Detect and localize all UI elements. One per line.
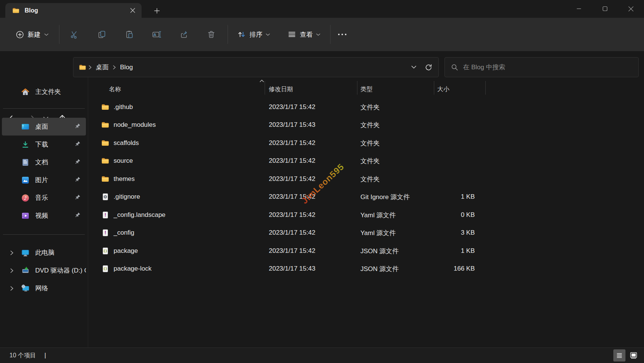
sidebar-item-label: 下载: [35, 140, 48, 149]
search-input[interactable]: [463, 64, 632, 71]
column-divider[interactable]: [265, 81, 265, 95]
download-icon: [21, 140, 30, 149]
file-date: 2023/1/17 15:42: [269, 139, 315, 147]
sidebar-item-this-pc[interactable]: 此电脑: [2, 244, 86, 262]
column-headers: 名称 修改日期 类型 大小: [88, 77, 644, 98]
file-type: JSON 源文件: [360, 265, 399, 273]
svg-text:A: A: [153, 33, 156, 37]
breadcrumb-blog[interactable]: Blog: [117, 62, 136, 73]
sidebar-item-documents[interactable]: 文档: [2, 153, 86, 171]
sidebar-item-music[interactable]: ♪ 音乐: [2, 189, 86, 207]
sidebar-item-home[interactable]: 主文件夹: [2, 83, 86, 101]
close-icon[interactable]: [618, 0, 644, 17]
view-button[interactable]: 查看: [283, 26, 325, 42]
folder-icon: [101, 175, 109, 183]
pin-icon: [74, 141, 81, 149]
file-explorer-window: Blog 新建: [0, 0, 644, 363]
delete-icon[interactable]: [203, 26, 220, 43]
breadcrumb-desktop[interactable]: 桌面: [92, 61, 112, 73]
chevron-right-icon[interactable]: [9, 268, 15, 274]
file-row-config[interactable]: ! _config 2023/1/17 15:42 Yaml 源文件 3 KB: [88, 224, 644, 242]
sidebar-item-label: 桌面: [35, 122, 48, 131]
file-type: 文件夹: [360, 139, 380, 147]
new-button[interactable]: 新建: [11, 27, 54, 42]
chevron-down-icon: [266, 33, 270, 36]
file-name: _config: [114, 229, 134, 237]
sidebar-item-label: 文档: [35, 158, 48, 167]
file-row-gitignore[interactable]: .gitignore 2023/1/17 15:42 Git Ignore 源文…: [88, 188, 644, 206]
folder-icon: [101, 121, 109, 129]
chevron-right-icon[interactable]: [9, 250, 15, 256]
sidebar-item-label: DVD 驱动器 (D:) Cl: [35, 266, 86, 275]
chevron-down-icon: [44, 33, 48, 36]
column-divider[interactable]: [485, 81, 486, 95]
rename-icon[interactable]: A: [148, 26, 165, 43]
copy-icon[interactable]: [93, 26, 111, 43]
share-icon[interactable]: [175, 26, 193, 43]
more-dots-icon[interactable]: [334, 26, 351, 43]
sidebar-item-label: 主文件夹: [35, 87, 61, 96]
sidebar-item-pictures[interactable]: 图片: [2, 171, 86, 189]
window-controls: [566, 0, 644, 17]
column-header-date[interactable]: 修改日期: [269, 86, 293, 93]
column-header-name[interactable]: 名称: [109, 86, 121, 93]
sidebar-item-desktop[interactable]: 桌面: [2, 118, 86, 136]
file-row-github[interactable]: .github 2023/1/17 15:42 文件夹: [88, 98, 644, 116]
new-tab-button[interactable]: [151, 6, 163, 16]
home-icon: [21, 87, 30, 97]
file-size: 0 KB: [434, 211, 480, 219]
json-file-icon: {}: [101, 247, 109, 255]
file-type: Yaml 源文件: [360, 210, 396, 219]
address-bar[interactable]: 桌面 Blog: [73, 57, 439, 77]
column-header-size[interactable]: 大小: [437, 86, 449, 93]
sidebar-item-downloads[interactable]: 下载: [2, 136, 86, 153]
minimize-icon[interactable]: [566, 0, 592, 17]
paste-icon[interactable]: [121, 26, 138, 43]
file-row-node-modules[interactable]: node_modules 2023/1/17 15:43 文件夹: [88, 116, 644, 134]
file-type: 文件夹: [360, 121, 380, 129]
file-date: 2023/1/17 15:42: [269, 211, 315, 219]
tab-blog[interactable]: Blog: [5, 3, 142, 18]
sidebar-item-network[interactable]: 网络: [2, 279, 86, 297]
content-view-icon[interactable]: [627, 349, 639, 361]
toolbar-divider: [330, 25, 331, 44]
file-row-scaffolds[interactable]: scaffolds 2023/1/17 15:42 文件夹: [88, 134, 644, 152]
column-divider[interactable]: [357, 81, 357, 95]
sidebar-item-dvd-drive[interactable]: DVD 驱动器 (D:) Cl: [2, 262, 86, 279]
file-type: 文件夹: [360, 103, 380, 111]
circle-plus-icon: [16, 31, 24, 39]
details-view-icon[interactable]: [613, 349, 625, 361]
music-icon: ♪: [21, 193, 30, 203]
this-pc-icon: [21, 248, 30, 257]
file-date: 2023/1/17 15:43: [269, 121, 315, 129]
file-name: node_modules: [114, 121, 156, 129]
file-row-config-landscape[interactable]: ! _config.landscape 2023/1/17 15:42 Yaml…: [88, 206, 644, 224]
gitignore-file-icon: [101, 193, 109, 201]
sidebar-separator: [3, 108, 85, 109]
tab-close-icon[interactable]: [127, 5, 138, 16]
column-header-type[interactable]: 类型: [360, 86, 373, 93]
sidebar-item-videos[interactable]: 视频: [2, 207, 86, 224]
document-icon: [21, 158, 30, 167]
refresh-icon[interactable]: [421, 60, 436, 75]
sort-button[interactable]: 排序: [232, 26, 274, 42]
toolbar-divider: [59, 25, 59, 44]
network-icon: [21, 284, 30, 293]
search-box[interactable]: [444, 57, 639, 77]
column-divider[interactable]: [434, 81, 434, 95]
address-dropdown-icon[interactable]: [407, 60, 421, 75]
file-row-package-lock[interactable]: {} package-lock 2023/1/17 15:43 JSON 源文件…: [88, 260, 644, 278]
file-size: 3 KB: [434, 229, 480, 237]
chevron-down-icon: [316, 33, 320, 36]
file-date: 2023/1/17 15:42: [269, 193, 315, 201]
file-row-themes[interactable]: themes 2023/1/17 15:42 文件夹: [88, 170, 644, 188]
file-row-package[interactable]: {} package 2023/1/17 15:42 JSON 源文件 1 KB: [88, 242, 644, 260]
pin-icon: [74, 123, 81, 131]
file-name: .github: [114, 103, 133, 111]
dvd-drive-icon: [21, 266, 30, 275]
chevron-right-icon[interactable]: [9, 285, 15, 291]
maximize-icon[interactable]: [592, 0, 618, 17]
cut-icon[interactable]: [65, 26, 83, 43]
file-type: JSON 源文件: [360, 246, 399, 255]
file-row-source[interactable]: source 2023/1/17 15:42 文件夹: [88, 152, 644, 170]
